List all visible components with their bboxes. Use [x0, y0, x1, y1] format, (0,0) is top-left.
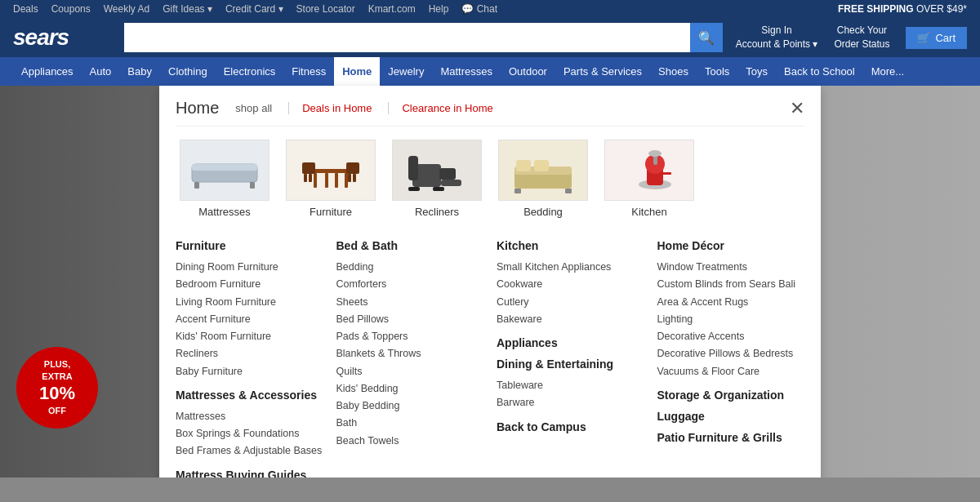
coupons-link[interactable]: Coupons: [51, 3, 91, 15]
window-treatments-link[interactable]: Window Treatments: [657, 259, 805, 276]
tableware-link[interactable]: Tableware: [497, 377, 644, 394]
nav-toys[interactable]: Toys: [737, 57, 776, 86]
col-furniture: Furniture Dining Room Furniture Bedroom …: [176, 234, 323, 478]
bath-link[interactable]: Bath: [336, 415, 484, 432]
svg-rect-32: [660, 172, 671, 175]
nav-mattresses[interactable]: Mattresses: [432, 57, 501, 86]
mattresses-accessories-heading: Mattresses & Accessories: [176, 389, 323, 402]
pads-toppers-link[interactable]: Pads & Toppers: [336, 328, 484, 345]
small-kitchen-appliances-link[interactable]: Small Kitchen Appliances: [497, 259, 644, 276]
beach-towels-link[interactable]: Beach Towels: [336, 433, 484, 450]
account-menu[interactable]: Sign In Account & Points ▾: [736, 24, 818, 51]
cookware-link[interactable]: Cookware: [497, 276, 644, 293]
account-points-label: Account & Points ▾: [736, 38, 818, 51]
nav-baby[interactable]: Baby: [119, 57, 160, 86]
comforters-link[interactable]: Comforters: [336, 276, 484, 293]
cart-icon: 🛒: [917, 32, 930, 44]
sheets-link[interactable]: Sheets: [336, 294, 484, 311]
menu-header: Home shop all Deals in Home Clearance in…: [176, 99, 804, 127]
search-input[interactable]: [124, 23, 690, 52]
category-mattresses[interactable]: Mattresses: [176, 140, 274, 218]
box-springs-link[interactable]: Box Springs & Foundations: [176, 425, 323, 442]
nav-shoes[interactable]: Shoes: [650, 57, 697, 86]
nav-clothing[interactable]: Clothing: [160, 57, 216, 86]
bakeware-link[interactable]: Bakeware: [497, 311, 644, 328]
category-furniture[interactable]: Furniture: [282, 140, 380, 218]
close-menu-button[interactable]: ✕: [790, 100, 804, 118]
nav-electronics[interactable]: Electronics: [216, 57, 284, 86]
bed-pillows-link[interactable]: Bed Pillows: [336, 311, 484, 328]
bedroom-furniture-link[interactable]: Bedroom Furniture: [176, 276, 323, 293]
category-kitchen[interactable]: Kitchen: [600, 140, 698, 218]
nav-appliances[interactable]: Appliances: [13, 57, 82, 86]
appliances-heading: Appliances: [497, 336, 644, 349]
category-bedding[interactable]: Bedding: [494, 140, 592, 218]
custom-blinds-link[interactable]: Custom Blinds from Sears Bali: [657, 276, 805, 293]
deals-link[interactable]: Deals: [13, 3, 38, 15]
kids-room-furniture-link[interactable]: Kids' Room Furniture: [176, 328, 323, 345]
svg-rect-16: [408, 156, 418, 180]
nav-more[interactable]: More...: [863, 57, 912, 86]
nav-home[interactable]: Home: [334, 57, 380, 86]
blankets-throws-link[interactable]: Blankets & Throws: [336, 345, 484, 362]
deals-in-home-link[interactable]: Deals in Home: [288, 102, 372, 114]
svg-rect-18: [408, 187, 420, 191]
svg-rect-14: [353, 174, 356, 182]
decorative-pillows-link[interactable]: Decorative Pillows & Bedrests: [657, 345, 805, 362]
quilts-link[interactable]: Quilts: [336, 363, 484, 380]
nav-fitness[interactable]: Fitness: [283, 57, 334, 86]
cart-button[interactable]: 🛒 Cart: [906, 27, 967, 49]
promo-line1: PLUS,: [44, 358, 70, 370]
category-icons-row: Mattresses: [176, 140, 804, 218]
recliners-link[interactable]: Recliners: [176, 345, 323, 362]
clearance-in-home-link[interactable]: Clearance in Home: [388, 102, 492, 114]
chat-link[interactable]: 💬 Chat: [461, 3, 497, 15]
search-button[interactable]: 🔍: [690, 23, 723, 52]
luggage-heading: Luggage: [657, 410, 805, 423]
furniture-heading: Furniture: [176, 239, 323, 252]
sears-logo[interactable]: sears: [13, 24, 111, 51]
back-to-campus-heading: Back to Campus: [497, 420, 644, 433]
decorative-accents-link[interactable]: Decorative Accents: [657, 328, 805, 345]
gift-ideas-link[interactable]: Gift Ideas ▾: [163, 3, 212, 15]
kids-bedding-link[interactable]: Kids' Bedding: [336, 380, 484, 398]
baby-bedding-link[interactable]: Baby Bedding: [336, 398, 484, 415]
order-status-link[interactable]: Check Your Order Status: [834, 24, 889, 51]
bed-frames-link[interactable]: Bed Frames & Adjustable Bases: [176, 442, 323, 460]
recliners-icon-img: [392, 140, 482, 201]
header: sears 🔍 Sign In Account & Points ▾ Check…: [0, 18, 980, 57]
help-link[interactable]: Help: [429, 3, 449, 15]
svg-rect-11: [309, 174, 312, 182]
nav-outdoor[interactable]: Outdoor: [501, 57, 555, 86]
category-recliners[interactable]: Recliners: [388, 140, 486, 218]
nav-tools[interactable]: Tools: [697, 57, 737, 86]
bedding-link[interactable]: Bedding: [336, 259, 484, 276]
dining-room-furniture-link[interactable]: Dining Room Furniture: [176, 259, 323, 276]
nav-parts-services[interactable]: Parts & Services: [555, 57, 650, 86]
cart-label: Cart: [935, 32, 956, 44]
patio-furniture-heading: Patio Furniture & Grills: [657, 431, 805, 444]
baby-furniture-link[interactable]: Baby Furniture: [176, 363, 323, 380]
svg-rect-19: [433, 187, 444, 191]
weekly-ad-link[interactable]: Weekly Ad: [104, 3, 149, 15]
mattresses-link[interactable]: Mattresses: [176, 408, 323, 425]
lighting-link[interactable]: Lighting: [657, 311, 805, 328]
area-accent-rugs-link[interactable]: Area & Accent Rugs: [657, 294, 805, 311]
nav-auto[interactable]: Auto: [82, 57, 120, 86]
barware-link[interactable]: Barware: [497, 394, 644, 411]
nav-jewelry[interactable]: Jewelry: [380, 57, 432, 86]
nav-back-to-school[interactable]: Back to School: [776, 57, 863, 86]
store-locator-link[interactable]: Store Locator: [296, 3, 355, 15]
svg-rect-25: [514, 189, 521, 193]
dining-entertaining-heading: Dining & Entertaining: [497, 358, 644, 371]
col-kitchen: Kitchen Small Kitchen Appliances Cookwar…: [497, 234, 644, 478]
vacuums-floor-care-link[interactable]: Vacuums & Floor Care: [657, 363, 805, 380]
shop-all-label[interactable]: shop all: [235, 102, 272, 114]
cutlery-link[interactable]: Cutlery: [497, 294, 644, 311]
bedding-icon-img: [498, 140, 588, 201]
promo-pct: 10%: [39, 382, 75, 406]
kmart-link[interactable]: Kmart.com: [368, 3, 416, 15]
credit-card-link[interactable]: Credit Card ▾: [225, 3, 283, 15]
accent-furniture-link[interactable]: Accent Furniture: [176, 311, 323, 328]
living-room-furniture-link[interactable]: Living Room Furniture: [176, 294, 323, 311]
